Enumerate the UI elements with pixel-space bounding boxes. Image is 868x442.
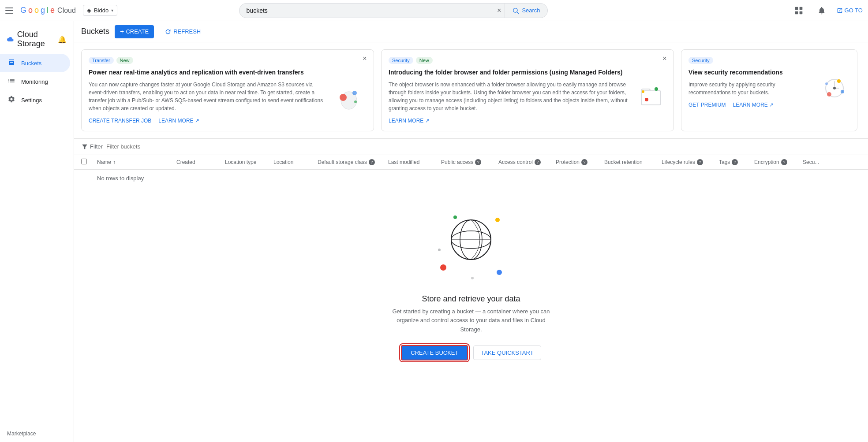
table-area: Filter Name ↑ Created Location type Loca… — [74, 139, 868, 187]
goto-icon — [837, 7, 843, 14]
search-bar: × Search — [239, 3, 548, 18]
apps-icon[interactable] — [791, 3, 807, 19]
svg-rect-5 — [799, 11, 802, 14]
filter-button[interactable]: Filter — [81, 143, 103, 150]
sidebar-title: Cloud Storage — [17, 30, 54, 48]
banner-folder-tags: Security New — [389, 57, 666, 64]
settings-icon — [7, 95, 16, 105]
banner-folder-text: The object browser is now enhanced with … — [389, 81, 630, 112]
bell-icon[interactable]: 🔔 — [58, 35, 67, 44]
tag-security-1: Security — [389, 57, 413, 64]
search-clear-button[interactable]: × — [494, 5, 505, 16]
search-label: Search — [522, 7, 540, 14]
project-icon: ◈ — [87, 7, 91, 14]
svg-rect-3 — [799, 7, 802, 10]
empty-illustration — [436, 213, 506, 284]
search-button[interactable]: Search — [505, 4, 547, 18]
svg-point-7 — [340, 94, 347, 101]
chevron-down-icon: ▾ — [111, 8, 113, 13]
banner-security-tags: Security — [688, 57, 850, 64]
select-all-checkbox[interactable] — [81, 159, 87, 164]
filter-input[interactable] — [106, 143, 195, 150]
svg-point-17 — [841, 90, 844, 93]
empty-state-title: Store and retrieve your data — [422, 294, 520, 304]
banner-transfer-actions: CREATE TRANSFER JOB LEARN MORE ↗ — [89, 118, 326, 124]
svg-point-19 — [825, 82, 828, 85]
tag-new-2: New — [416, 57, 433, 64]
hamburger-menu[interactable] — [5, 6, 14, 15]
table-header: Name ↑ Created Location type Location De… — [74, 155, 868, 170]
col-location: Location — [273, 159, 318, 165]
access-control-info-icon[interactable]: ? — [535, 159, 541, 165]
banner-transfer-learn-more[interactable]: LEARN MORE ↗ — [158, 118, 199, 124]
search-input[interactable] — [239, 4, 494, 18]
col-security: Secu... — [803, 159, 838, 165]
monitoring-icon — [7, 77, 16, 86]
banner-security-learn-more[interactable]: LEARN MORE ↗ — [733, 102, 774, 108]
empty-state: Store and retrieve your data Get started… — [74, 187, 868, 387]
col-storage-class: Default storage class ? — [318, 159, 388, 165]
col-created: Created — [176, 159, 225, 165]
protection-info-icon[interactable]: ? — [581, 159, 587, 165]
goto-button[interactable]: GO TO — [837, 7, 863, 14]
topbar-right: GO TO — [791, 3, 863, 19]
no-rows-message: No rows to display — [74, 170, 868, 187]
svg-point-8 — [352, 91, 357, 95]
filter-bar: Filter — [74, 139, 868, 155]
banner-folder: × Security New Introducing the folder br… — [381, 49, 674, 131]
refresh-icon — [165, 28, 172, 35]
svg-point-11 — [655, 87, 658, 91]
svg-point-12 — [645, 98, 648, 101]
col-location-type: Location type — [225, 159, 273, 165]
storage-info-icon[interactable]: ? — [369, 159, 375, 165]
get-premium-link[interactable]: GET PREMIUM — [688, 102, 726, 108]
tags-info-icon[interactable]: ? — [732, 159, 738, 165]
project-selector[interactable]: ◈ Biddo ▾ — [83, 5, 117, 16]
tag-transfer: Transfer — [89, 57, 114, 64]
create-button[interactable]: + CREATE — [115, 25, 154, 38]
lifecycle-info-icon[interactable]: ? — [697, 159, 703, 165]
search-icon — [512, 7, 519, 14]
create-transfer-job-link[interactable]: CREATE TRANSFER JOB — [89, 118, 151, 124]
col-last-modified: Last modified — [388, 159, 441, 165]
sidebar-item-buckets[interactable]: Buckets — [0, 54, 70, 72]
sidebar-item-settings[interactable]: Settings — [0, 91, 70, 109]
sidebar: Cloud Storage 🔔 Buckets Monitoring Setti… — [0, 21, 74, 442]
svg-point-18 — [827, 92, 831, 97]
empty-state-description: Get started by creating a bucket — a con… — [392, 307, 550, 334]
svg-point-13 — [642, 90, 644, 93]
create-bucket-button[interactable]: CREATE BUCKET — [401, 345, 468, 360]
page-header: Buckets + CREATE REFRESH — [74, 21, 868, 42]
sidebar-item-monitoring-label: Monitoring — [21, 78, 48, 85]
filter-icon — [81, 143, 88, 150]
banner-folder-actions: LEARN MORE ↗ — [389, 118, 630, 124]
col-lifecycle: Lifecycle rules ? — [662, 159, 719, 165]
sidebar-item-monitoring[interactable]: Monitoring — [0, 72, 70, 91]
take-quickstart-button[interactable]: TAKE QUICKSTART — [473, 345, 541, 360]
col-public-access: Public access ? — [441, 159, 498, 165]
transfer-illustration — [333, 81, 364, 111]
tag-new-1: New — [116, 57, 133, 64]
notifications-icon[interactable] — [814, 3, 830, 19]
banner-transfer-title: Power near real-time analytics and repli… — [89, 68, 326, 77]
sidebar-marketplace[interactable]: Marketplace — [0, 427, 74, 442]
banner-transfer-close[interactable]: × — [359, 53, 370, 64]
col-encryption: Encryption ? — [754, 159, 803, 165]
col-name: Name — [97, 159, 111, 165]
banner-security-text: Improve security by applying security re… — [688, 81, 814, 97]
svg-point-9 — [354, 100, 357, 103]
banner-folder-learn-more[interactable]: LEARN MORE ↗ — [389, 118, 430, 124]
tag-security-2: Security — [688, 57, 713, 64]
banner-folder-title: Introducing the folder browser and folde… — [389, 68, 630, 77]
sort-name-icon[interactable]: ↑ — [113, 159, 116, 165]
svg-line-1 — [517, 12, 519, 14]
banners-area: × Transfer New Power near real-time anal… — [74, 42, 868, 139]
encryption-info-icon[interactable]: ? — [781, 159, 787, 165]
public-access-info-icon[interactable]: ? — [475, 159, 481, 165]
refresh-button[interactable]: REFRESH — [159, 26, 206, 38]
main-content: Buckets + CREATE REFRESH × Transfer New … — [74, 21, 868, 442]
goto-label: GO TO — [845, 7, 863, 14]
banner-transfer-tags: Transfer New — [89, 57, 367, 64]
banner-folder-close[interactable]: × — [659, 53, 670, 64]
svg-point-16 — [837, 79, 841, 83]
